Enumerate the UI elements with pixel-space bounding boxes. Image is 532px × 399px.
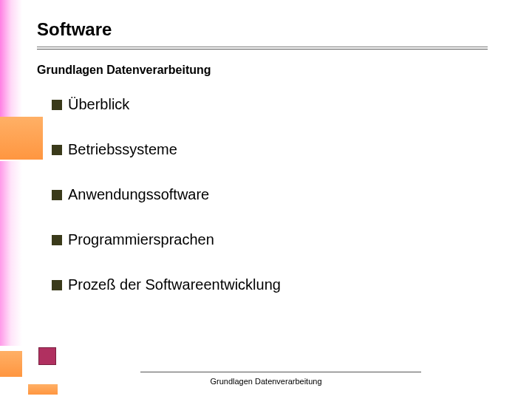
decorative-small-square xyxy=(38,347,56,365)
bullet-label: Anwendungssoftware xyxy=(68,186,209,203)
bullet-icon xyxy=(52,145,62,155)
title-underline xyxy=(37,49,488,50)
list-item: Anwendungssoftware xyxy=(52,186,281,203)
decorative-gradient-top xyxy=(0,0,22,118)
decorative-orange-strip xyxy=(28,384,58,395)
list-item: Programmiersprachen xyxy=(52,231,281,248)
bullet-label: Betriebssysteme xyxy=(68,141,177,158)
decorative-orange-block xyxy=(0,117,43,160)
slide-subtitle: Grundlagen Datenverarbeitung xyxy=(37,64,211,77)
bullet-label: Überblick xyxy=(68,96,129,113)
bullet-label: Prozeß der Softwareentwicklung xyxy=(68,276,281,293)
decorative-gradient-mid xyxy=(0,161,22,346)
bullet-list: Überblick Betriebssysteme Anwendungssoft… xyxy=(52,96,281,321)
decorative-orange-block-bottom xyxy=(0,351,22,377)
bullet-icon xyxy=(52,235,62,245)
header: Software xyxy=(37,19,502,40)
slide-title: Software xyxy=(37,19,119,40)
bullet-icon xyxy=(52,280,62,290)
list-item: Prozeß der Softwareentwicklung xyxy=(52,276,281,293)
list-item: Betriebssysteme xyxy=(52,141,281,158)
list-item: Überblick xyxy=(52,96,281,113)
footer-line xyxy=(140,372,421,372)
bullet-label: Programmiersprachen xyxy=(68,231,214,248)
footer-text: Grundlagen Datenverarbeitung xyxy=(0,377,532,386)
bullet-icon xyxy=(52,190,62,200)
bullet-icon xyxy=(52,100,62,110)
